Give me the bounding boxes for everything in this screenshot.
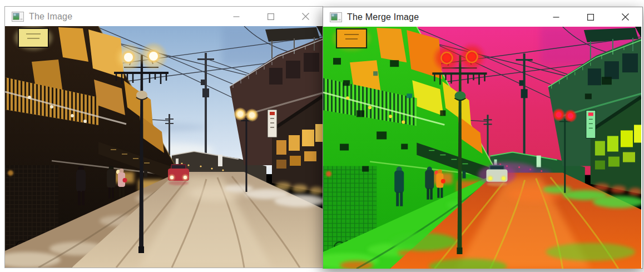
window-title: The Merge Image <box>347 12 419 22</box>
maximize-icon <box>267 13 274 20</box>
titlebar[interactable]: The Merge Image <box>323 7 642 27</box>
maximize-button[interactable] <box>573 7 608 27</box>
maximize-button[interactable] <box>254 7 288 26</box>
window-title: The Image <box>29 12 72 22</box>
close-icon <box>302 13 309 20</box>
close-button[interactable] <box>288 7 323 26</box>
caption-buttons <box>539 7 642 27</box>
minimize-icon <box>233 13 240 20</box>
close-icon <box>622 13 629 21</box>
minimize-button[interactable] <box>219 7 254 26</box>
maximize-icon <box>587 14 594 21</box>
close-button[interactable] <box>608 7 642 27</box>
window-the-image: The Image <box>4 6 323 268</box>
opencv-window-icon <box>330 12 342 22</box>
minimize-icon <box>553 14 559 21</box>
desktop: { "windows": [ { "title": "The Image", "… <box>0 0 644 272</box>
window-the-merge-image: The Merge Image <box>323 7 643 269</box>
opencv-window-icon <box>12 12 24 22</box>
original-photo <box>5 26 323 268</box>
titlebar[interactable]: The Image <box>5 7 323 26</box>
minimize-button[interactable] <box>539 7 573 27</box>
caption-buttons <box>219 7 323 26</box>
red-car <box>168 164 189 185</box>
merge-image <box>323 27 641 269</box>
